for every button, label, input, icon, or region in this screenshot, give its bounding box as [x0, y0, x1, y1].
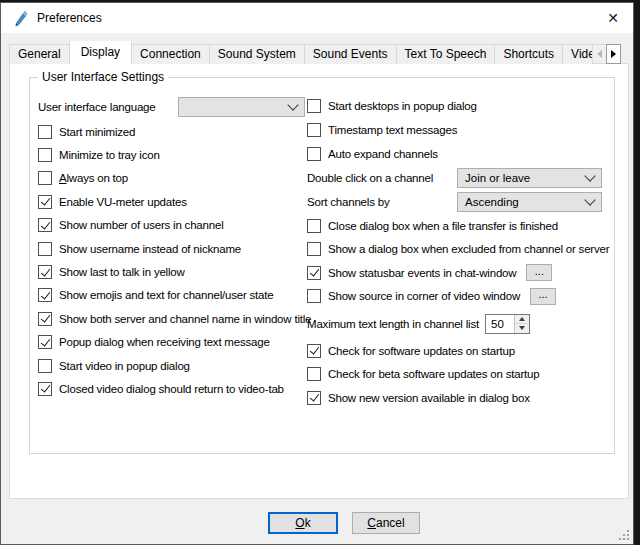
checkbox[interactable] — [307, 147, 321, 161]
cancel-button[interactable]: Cancel — [352, 512, 420, 534]
tab-shortcuts[interactable]: Shortcuts — [494, 44, 563, 64]
checkbox-row: Close dialog box when a file transfer is… — [307, 214, 611, 238]
checkbox[interactable] — [38, 312, 52, 326]
close-icon[interactable]: ✕ — [597, 6, 629, 30]
checkbox[interactable] — [307, 266, 321, 280]
checkbox-label: Minimize to tray icon — [59, 149, 160, 161]
tab-display[interactable]: Display — [69, 41, 132, 64]
chevron-down-icon — [287, 99, 298, 110]
checkbox[interactable] — [38, 382, 52, 396]
checkbox[interactable] — [307, 219, 321, 233]
checkbox-row: Auto expand channels — [307, 142, 611, 166]
sort-channels-label: Sort channels by — [307, 196, 457, 208]
checkbox-label: Start desktops in popup dialog — [328, 100, 477, 112]
checkbox[interactable] — [38, 359, 52, 373]
chevron-down-icon — [584, 170, 595, 181]
tab-text-to-speech[interactable]: Text To Speech — [396, 44, 496, 64]
checkbox-label: Show statusbar events in chat-window — [328, 267, 516, 279]
tab-scroll-left-button[interactable] — [592, 44, 607, 64]
double-click-label: Double click on a channel — [307, 172, 457, 184]
checkbox-label: Show emojis and text for channel/user st… — [59, 289, 274, 301]
tab-sound-events[interactable]: Sound Events — [304, 44, 397, 64]
preferences-dialog: Preferences ✕ GeneralDisplayConnectionSo… — [0, 2, 634, 545]
checkbox-row: Show last to talk in yellow — [38, 260, 311, 283]
title-bar[interactable]: Preferences ✕ — [1, 3, 633, 33]
checkbox-label: Timestamp text messages — [328, 124, 457, 136]
arrow-right-icon — [611, 50, 616, 58]
triangle-up-icon — [519, 317, 525, 321]
checkbox[interactable] — [307, 99, 321, 113]
checkbox[interactable] — [38, 242, 52, 256]
tab-general[interactable]: General — [9, 44, 70, 64]
arrow-left-icon — [597, 50, 602, 58]
tab-connection[interactable]: Connection — [131, 44, 210, 64]
ellipsis-button[interactable]: ... — [526, 264, 552, 281]
checkbox-label: Check for software updates on startup — [328, 345, 515, 357]
checkbox-label: Show source in corner of video window — [328, 290, 520, 302]
double-click-select[interactable]: Join or leave — [457, 168, 602, 188]
ellipsis-button[interactable]: ... — [530, 288, 556, 305]
max-text-length-spinner[interactable]: 50 — [485, 314, 530, 334]
checkbox-row: Check for beta software updates on start… — [307, 363, 611, 387]
left-checkbox-list: Start minimizedMinimize to tray iconAlwa… — [38, 120, 311, 401]
tab-bar: GeneralDisplayConnectionSound SystemSoun… — [9, 41, 622, 64]
checkbox-row: Start minimized — [38, 120, 311, 143]
sort-channels-select[interactable]: Ascending — [457, 192, 602, 212]
checkbox[interactable] — [307, 289, 321, 303]
tab-sound-system[interactable]: Sound System — [209, 44, 305, 64]
spin-down-button[interactable] — [515, 324, 529, 333]
checkbox[interactable] — [38, 218, 52, 232]
window-title: Preferences — [37, 11, 102, 25]
checkbox-label: Show username instead of nickname — [59, 243, 241, 255]
chevron-down-icon — [584, 194, 595, 205]
right-top-checkbox-list: Start desktops in popup dialogTimestamp … — [307, 94, 611, 166]
ok-button[interactable]: Ok — [268, 512, 338, 534]
display-tab-panel: User Interface Settings User interface l… — [9, 63, 629, 499]
triangle-down-icon — [519, 326, 525, 330]
checkbox-row: Show number of users in channel — [38, 214, 311, 237]
checkbox[interactable] — [38, 335, 52, 349]
checkbox-label: Start minimized — [59, 126, 135, 138]
app-icon — [12, 9, 29, 27]
double-click-selected-value: Join or leave — [465, 172, 530, 184]
checkbox[interactable] — [307, 242, 321, 256]
checkbox-label: Show last to talk in yellow — [59, 266, 185, 278]
checkbox-row: Show source in corner of video window... — [307, 285, 611, 309]
checkbox-row: Always on top — [38, 167, 311, 190]
checkbox-label: Popup dialog when receiving text message — [59, 336, 270, 348]
checkbox[interactable] — [307, 367, 321, 381]
checkbox-label: Closed video dialog should return to vid… — [59, 383, 284, 395]
checkbox[interactable] — [307, 123, 321, 137]
checkbox-label: Auto expand channels — [328, 148, 438, 160]
sort-channels-row: Sort channels by Ascending — [307, 190, 611, 214]
checkbox-label: Show new version available in dialog box — [328, 392, 530, 404]
language-label: User interface language — [38, 101, 178, 113]
checkbox-label: Show number of users in channel — [59, 219, 223, 231]
max-text-length-value[interactable]: 50 — [486, 315, 514, 333]
checkbox-row: Show both server and channel name in win… — [38, 307, 311, 330]
checkbox-row: Check for software updates on startup — [307, 339, 611, 363]
spin-up-button[interactable] — [515, 315, 529, 325]
checkbox-row: Show new version available in dialog box — [307, 386, 611, 410]
language-select[interactable] — [178, 97, 305, 117]
checkbox[interactable] — [38, 171, 52, 185]
checkbox-row: Start desktops in popup dialog — [307, 94, 611, 118]
checkbox-row: Closed video dialog should return to vid… — [38, 377, 311, 400]
checkbox[interactable] — [38, 265, 52, 279]
checkbox-row: Show a dialog box when excluded from cha… — [307, 238, 611, 262]
tab-scroll-right-button[interactable] — [606, 44, 621, 64]
checkbox[interactable] — [307, 391, 321, 405]
checkbox-row: Show statusbar events in chat-window... — [307, 261, 611, 285]
checkbox-row: Show emojis and text for channel/user st… — [38, 284, 311, 307]
max-text-length-label: Maximum text length in channel list — [307, 318, 479, 330]
resize-grip[interactable] — [617, 528, 629, 540]
checkbox[interactable] — [307, 344, 321, 358]
checkbox[interactable] — [38, 125, 52, 139]
checkbox[interactable] — [38, 288, 52, 302]
group-title: User Interface Settings — [38, 70, 168, 84]
checkbox[interactable] — [38, 148, 52, 162]
double-click-row: Double click on a channel Join or leave — [307, 166, 611, 190]
checkbox-label: Start video in popup dialog — [59, 360, 190, 372]
checkbox-row: Enable VU-meter updates — [38, 190, 311, 213]
checkbox[interactable] — [38, 195, 52, 209]
